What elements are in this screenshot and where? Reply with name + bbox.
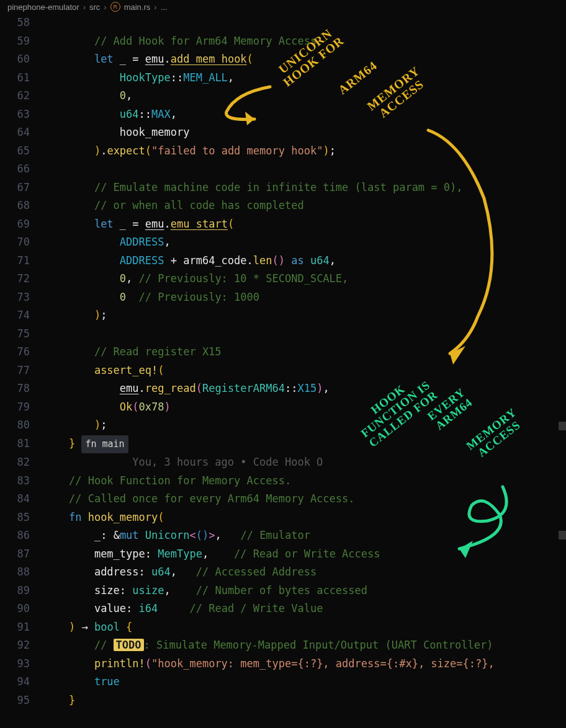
line-number: 90 xyxy=(0,600,43,618)
code-editor[interactable]: 58 59 // Add Hook for Arm64 Memory Acces… xyxy=(0,14,566,709)
line-number: 71 xyxy=(0,252,43,270)
line-number: 91 xyxy=(0,618,43,637)
code-line[interactable]: // Hook Function for Memory Access. xyxy=(43,472,566,491)
code-line[interactable]: ); xyxy=(43,416,566,435)
code-line[interactable] xyxy=(43,325,566,344)
minimap-mark[interactable] xyxy=(559,531,566,539)
line-number: 75 xyxy=(0,325,43,344)
code-line[interactable]: // or when all code has completed xyxy=(43,197,566,215)
code-line[interactable]: ); xyxy=(43,306,566,325)
code-line[interactable]: You, 3 hours ago • Code Hook O xyxy=(43,453,566,472)
code-line[interactable]: println!("hook_memory: mem_type={:?}, ad… xyxy=(43,655,566,673)
line-number: 69 xyxy=(0,215,43,234)
code-line[interactable]: // TODO: Simulate Memory-Mapped Input/Ou… xyxy=(43,636,566,655)
code-line[interactable]: mem_type: MemType, // Read or Write Acce… xyxy=(43,545,566,564)
line-number: 60 xyxy=(0,50,43,69)
line-number: 77 xyxy=(0,362,43,380)
breadcrumb: pinephone-emulator › src › R main.rs › .… xyxy=(0,0,566,14)
line-number: 84 xyxy=(0,490,43,508)
line-number: 65 xyxy=(0,142,43,161)
code-line[interactable]: Ok(0x78) xyxy=(43,398,566,417)
code-line[interactable]: hook_memory xyxy=(43,123,566,142)
line-number: 63 xyxy=(0,105,43,124)
line-number: 93 xyxy=(0,655,43,673)
breadcrumb-part[interactable]: main.rs xyxy=(124,2,151,12)
chevron-right-icon: › xyxy=(104,2,106,12)
breadcrumb-part[interactable]: pinephone-emulator xyxy=(7,2,79,12)
chevron-right-icon: › xyxy=(154,2,156,12)
line-number: 89 xyxy=(0,582,43,600)
chevron-right-icon: › xyxy=(83,2,86,12)
code-line[interactable] xyxy=(43,14,566,32)
line-number: 76 xyxy=(0,343,43,362)
code-line[interactable]: let _ = emu.add_mem_hook( xyxy=(43,50,566,69)
code-line[interactable]: // Add Hook for Arm64 Memory Access xyxy=(43,32,566,51)
line-number: 68 xyxy=(0,197,43,215)
line-number: 66 xyxy=(0,160,43,179)
code-line[interactable]: assert_eq!( xyxy=(43,362,566,380)
line-number: 85 xyxy=(0,508,43,527)
line-number: 86 xyxy=(0,526,43,545)
code-line[interactable]: emu.reg_read(RegisterARM64::X15), xyxy=(43,380,566,398)
line-number: 87 xyxy=(0,545,43,564)
line-number: 83 xyxy=(0,472,43,491)
rust-file-icon: R xyxy=(110,2,120,12)
code-line[interactable]: } xyxy=(43,691,566,710)
line-number: 62 xyxy=(0,87,43,105)
code-line[interactable]: _: &mut Unicorn<()>, // Emulator xyxy=(43,526,566,545)
code-line[interactable]: value: i64 // Read / Write Value xyxy=(43,600,566,618)
code-line[interactable]: let _ = emu.emu_start( xyxy=(43,215,566,234)
line-number: 81 xyxy=(0,435,43,454)
inlay-hint: fn main xyxy=(81,435,128,454)
todo-badge: TODO xyxy=(114,639,144,651)
code-line[interactable]: // Emulate machine code in infinite time… xyxy=(43,179,566,197)
line-number: 73 xyxy=(0,288,43,307)
code-line[interactable]: ADDRESS + arm64_code.len() as u64, xyxy=(43,252,566,270)
line-number: 92 xyxy=(0,636,43,655)
code-line[interactable]: HookType::MEM_ALL, xyxy=(43,69,566,87)
line-number: 94 xyxy=(0,673,43,691)
line-number: 88 xyxy=(0,563,43,582)
line-number: 79 xyxy=(0,398,43,417)
code-line[interactable]: 0 // Previously: 1000 xyxy=(43,288,566,307)
line-number: 64 xyxy=(0,123,43,142)
line-number: 95 xyxy=(0,691,43,710)
minimap-mark[interactable] xyxy=(559,422,566,430)
breadcrumb-ellipsis[interactable]: ... xyxy=(161,2,168,12)
code-line[interactable]: address: u64, // Accessed Address xyxy=(43,563,566,582)
code-line[interactable]: // Read register X15 xyxy=(43,343,566,362)
code-line[interactable]: ) → bool { xyxy=(43,618,566,637)
line-number: 61 xyxy=(0,69,43,87)
line-number: 70 xyxy=(0,233,43,252)
code-line[interactable]: size: usize, // Number of bytes accessed xyxy=(43,582,566,600)
code-line[interactable]: // Called once for every Arm64 Memory Ac… xyxy=(43,490,566,508)
code-line[interactable]: 0, xyxy=(43,87,566,105)
gitlens-author: You, 3 hours ago • Code Hook O xyxy=(132,456,323,468)
code-line[interactable]: ).expect("failed to add memory hook"); xyxy=(43,142,566,161)
code-line[interactable]: u64::MAX, xyxy=(43,105,566,124)
line-number: 82 xyxy=(0,453,43,472)
code-line[interactable]: ADDRESS, xyxy=(43,233,566,252)
line-number: 74 xyxy=(0,306,43,325)
line-number: 80 xyxy=(0,416,43,435)
code-line[interactable]: fn hook_memory( xyxy=(43,508,566,527)
line-number: 59 xyxy=(0,32,43,51)
line-number: 58 xyxy=(0,14,43,32)
code-line[interactable]: 0, // Previously: 10 * SECOND_SCALE, xyxy=(43,270,566,288)
code-line[interactable] xyxy=(43,160,566,179)
breadcrumb-part[interactable]: src xyxy=(89,2,100,12)
line-number: 67 xyxy=(0,179,43,197)
line-number: 72 xyxy=(0,270,43,288)
line-number: 78 xyxy=(0,380,43,398)
code-line[interactable]: true xyxy=(43,673,566,691)
code-line[interactable]: } fn main xyxy=(43,435,566,454)
